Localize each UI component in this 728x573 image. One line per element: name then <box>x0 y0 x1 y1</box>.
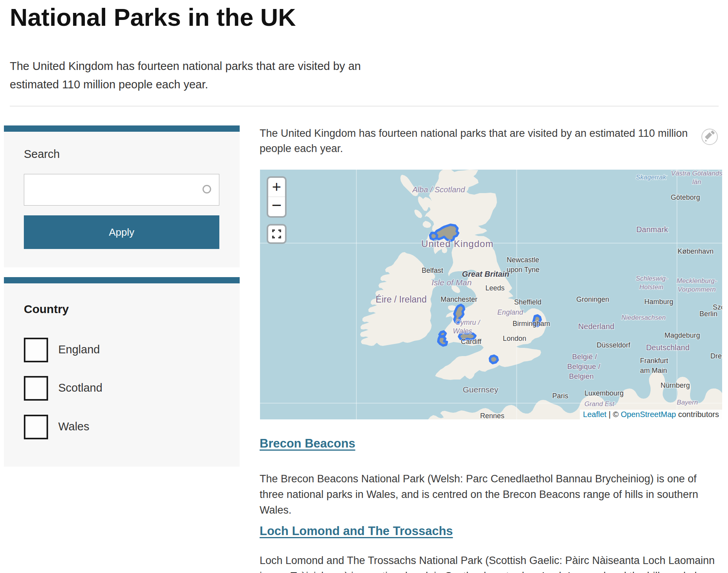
svg-text:Niedersachsen: Niedersachsen <box>621 314 665 321</box>
svg-text:Belfast: Belfast <box>421 267 443 274</box>
svg-text:Deutschland: Deutschland <box>646 343 689 352</box>
svg-text:Éire / Ireland: Éire / Ireland <box>376 294 427 304</box>
svg-text:Wales: Wales <box>453 327 472 335</box>
svg-text:Mecklenburg-: Mecklenburg- <box>677 277 717 285</box>
svg-text:Göteborg: Göteborg <box>671 193 700 201</box>
svg-text:Guernsey: Guernsey <box>463 385 498 394</box>
svg-text:Cymru /: Cymru / <box>455 319 481 326</box>
svg-text:Holstein: Holstein <box>639 283 663 291</box>
svg-text:Birmingham: Birmingham <box>513 320 550 328</box>
svg-text:Cardiff: Cardiff <box>461 338 482 346</box>
svg-text:Düsseldorf: Düsseldorf <box>597 341 631 349</box>
svg-text:Danmark: Danmark <box>636 225 668 234</box>
svg-text:Dresde: Dresde <box>710 352 722 360</box>
svg-text:Rennes: Rennes <box>480 412 504 419</box>
svg-text:Frankfurt: Frankfurt <box>640 357 668 365</box>
svg-text:län: län <box>692 178 701 186</box>
svg-text:Belgien: Belgien <box>569 372 594 380</box>
svg-text:United Kingdom: United Kingdom <box>421 238 494 249</box>
svg-text:am Main: am Main <box>640 367 667 374</box>
svg-text:Groningen: Groningen <box>576 295 609 303</box>
svg-text:België /: België / <box>572 353 597 361</box>
svg-text:England: England <box>497 308 524 316</box>
svg-text:upon Tyne: upon Tyne <box>507 266 540 274</box>
svg-text:Alba / Scotland: Alba / Scotland <box>412 185 465 194</box>
svg-text:Magdeburg: Magdeburg <box>664 331 700 339</box>
svg-text:Sheffield: Sheffield <box>514 298 542 306</box>
svg-text:Grand Est: Grand Est <box>585 400 615 408</box>
svg-text:Nürnberg: Nürnberg <box>660 381 690 389</box>
svg-text:London: London <box>503 335 526 342</box>
svg-text:Paris: Paris <box>552 392 568 400</box>
svg-text:Schleswig-: Schleswig- <box>636 275 668 282</box>
svg-text:Berlin: Berlin <box>699 310 717 318</box>
svg-text:Skagerrak: Skagerrak <box>636 174 667 181</box>
svg-text:Isle of Man: Isle of Man <box>432 278 472 287</box>
svg-text:Manchester: Manchester <box>441 295 477 303</box>
svg-text:Leeds: Leeds <box>485 284 504 292</box>
svg-text:Västra Götalands: Västra Götalands <box>671 170 722 177</box>
svg-text:Luxembourg: Luxembourg <box>585 389 624 397</box>
svg-text:Hamburg: Hamburg <box>644 298 673 306</box>
svg-text:Bayern: Bayern <box>677 399 698 406</box>
svg-text:Belgique /: Belgique / <box>567 362 601 371</box>
svg-text:København: København <box>678 247 714 255</box>
svg-text:Great Britain: Great Britain <box>462 270 509 278</box>
svg-text:Nederland: Nederland <box>578 322 614 331</box>
svg-text:Vorpommern: Vorpommern <box>678 286 716 293</box>
svg-text:Newcastle: Newcastle <box>507 256 539 264</box>
